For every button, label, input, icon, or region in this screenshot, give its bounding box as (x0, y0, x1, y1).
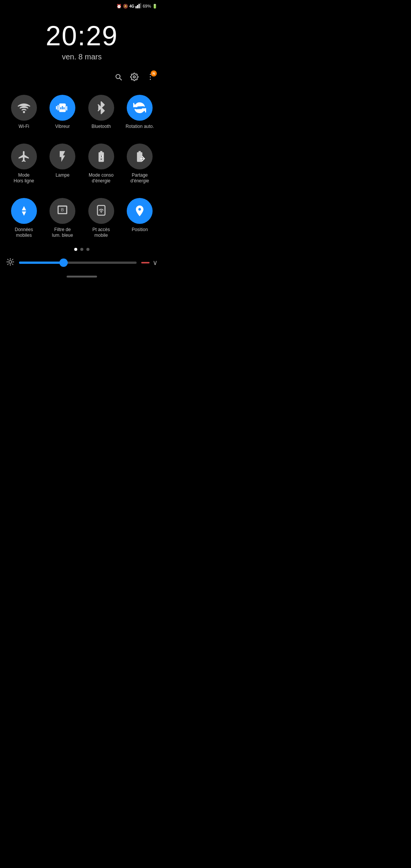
brightness-thumb (59, 258, 68, 267)
signal-icon (135, 3, 142, 9)
svg-rect-0 (135, 6, 137, 8)
tiles-row-1: Wi-Fi Vibreur Bluetooth Rotation auto. (0, 87, 164, 130)
clock-time: 20:29 (0, 22, 164, 49)
svg-rect-1 (137, 5, 138, 8)
tile-hotspot-label: Pt accèsmobile (92, 227, 110, 239)
tile-bluetooth-circle (88, 95, 114, 121)
tile-flashlight-label: Lampe (56, 172, 70, 179)
tile-hotspot[interactable]: Pt accèsmobile (83, 198, 119, 239)
tile-flashlight-circle (49, 144, 75, 169)
tile-wifi-circle (11, 95, 37, 121)
svg-rect-3 (140, 3, 141, 8)
tile-powershare-label: Partaged'énergie (131, 172, 149, 184)
pagination-dot-3[interactable] (86, 248, 89, 251)
brightness-row: ∨ (0, 255, 164, 271)
svg-line-29 (12, 259, 13, 260)
tile-rotation[interactable]: Rotation auto. (122, 95, 158, 130)
tile-bluelight[interactable]: B Filtre delum. bleue (45, 198, 81, 239)
svg-marker-15 (22, 206, 26, 210)
brightness-end: ∨ (141, 258, 158, 267)
tiles-row-3: Donnéesmobiles B Filtre delum. bleue Pt … (0, 190, 164, 239)
clock-date: ven. 8 mars (0, 53, 164, 61)
home-pill[interactable] (67, 276, 97, 278)
tile-powershare[interactable]: Partaged'énergie (122, 144, 158, 184)
tile-airplane-circle (11, 144, 37, 169)
battery-text: 69% (143, 4, 151, 8)
toolbar: N (0, 65, 164, 87)
svg-point-4 (133, 76, 135, 78)
tile-powershare-circle (127, 144, 153, 169)
status-icons: ⏰ 🔕 4G 69% 🔋 (116, 3, 158, 9)
tile-location-label: Position (132, 227, 148, 233)
svg-point-6 (150, 77, 151, 78)
tile-wifi-label: Wi-Fi (19, 124, 29, 130)
brightness-icon (6, 258, 14, 268)
tile-location[interactable]: Position (122, 198, 158, 239)
clock-section: 20:29 ven. 8 mars (0, 11, 164, 65)
svg-rect-19 (97, 206, 105, 215)
tile-rotation-circle (127, 95, 153, 121)
tile-hotspot-circle (88, 198, 114, 224)
status-bar: ⏰ 🔕 4G 69% 🔋 (0, 0, 164, 11)
svg-point-8 (23, 112, 24, 113)
tile-mobiledata[interactable]: Donnéesmobiles (6, 198, 42, 239)
tile-vibration-circle (49, 95, 75, 121)
settings-button[interactable] (130, 73, 139, 83)
svg-point-20 (100, 212, 102, 213)
tile-powersave[interactable]: ♻ Mode consod'énergie (83, 144, 119, 184)
more-button[interactable]: N (146, 73, 155, 83)
svg-point-21 (9, 260, 11, 263)
tile-bluetooth-label: Bluetooth (91, 124, 111, 130)
svg-text:B: B (61, 207, 64, 212)
notification-badge: N (151, 70, 157, 77)
battery-icon: 🔋 (152, 4, 158, 9)
pagination-dot-2[interactable] (80, 248, 83, 251)
network-type: 4G (129, 4, 134, 8)
tile-bluetooth[interactable]: Bluetooth (83, 95, 119, 130)
tile-bluelight-circle: B (49, 198, 75, 224)
tile-airplane[interactable]: ModeHors ligne (6, 144, 42, 184)
alarm-icon: ⏰ (116, 4, 122, 9)
tile-vibration-label: Vibreur (55, 124, 70, 130)
mute-icon: 🔕 (123, 4, 128, 9)
svg-marker-16 (22, 211, 26, 215)
brightness-slider[interactable] (19, 262, 137, 264)
svg-line-24 (8, 259, 8, 260)
svg-text:♻: ♻ (99, 154, 103, 158)
svg-rect-2 (139, 4, 140, 8)
search-button[interactable] (114, 73, 123, 83)
tile-mobiledata-circle (11, 198, 37, 224)
brightness-fill (19, 262, 64, 264)
tile-vibration[interactable]: Vibreur (45, 95, 81, 130)
tiles-row-2: ModeHors ligne Lampe ♻ Mode consod'énerg… (0, 136, 164, 184)
tile-location-circle (127, 198, 153, 224)
tile-powersave-circle: ♻ (88, 144, 114, 169)
tile-airplane-label: ModeHors ligne (14, 172, 34, 184)
pagination (0, 239, 164, 255)
tile-bluelight-label: Filtre delum. bleue (52, 227, 73, 239)
tile-wifi[interactable]: Wi-Fi (6, 95, 42, 130)
tile-mobiledata-label: Donnéesmobiles (15, 227, 33, 239)
brightness-expand-button[interactable]: ∨ (153, 258, 158, 267)
tile-powersave-label: Mode consod'énergie (89, 172, 113, 184)
nav-bar (0, 271, 164, 280)
brightness-bar-icon (141, 262, 150, 263)
svg-line-25 (12, 264, 13, 265)
svg-line-28 (8, 264, 8, 265)
tile-flashlight[interactable]: Lampe (45, 144, 81, 184)
svg-point-7 (150, 79, 151, 80)
pagination-dot-1[interactable] (74, 248, 77, 251)
tile-rotation-label: Rotation auto. (126, 124, 154, 130)
